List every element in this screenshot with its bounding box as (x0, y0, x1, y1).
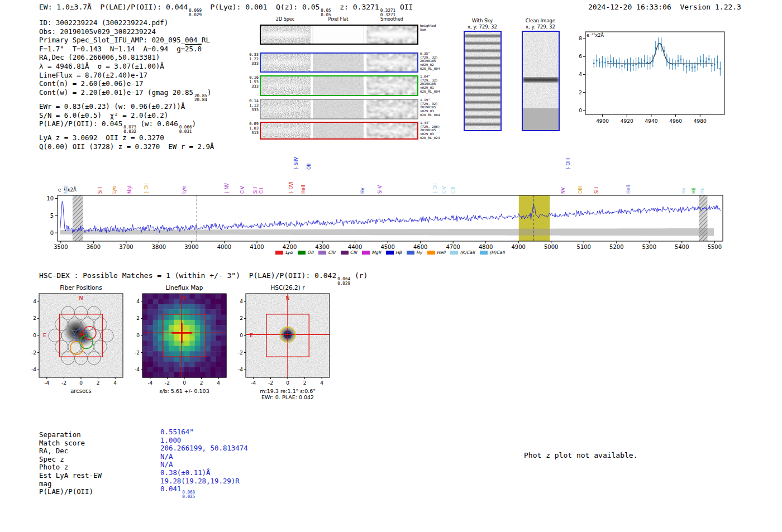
emission-line-label: SiII (253, 187, 258, 194)
match-table-value: 1.000 (160, 437, 181, 445)
emission-line-label: MgII (127, 184, 132, 194)
sup-sub-value: 0.0690.029 (189, 8, 202, 17)
spec2d-panel: 2D Spec Pixel Flat Smoothed WeightedSum0… (248, 16, 449, 147)
info-line: ID: 3002239224 (3002239224.pdf) (39, 18, 214, 27)
legend-item: HeII (427, 250, 446, 255)
clean-image-panel: Clean Image x, y: 729, 32 (508, 18, 573, 131)
legend-item: (H)CaII (480, 250, 504, 255)
compass-north-label: N (79, 295, 83, 301)
emission-line-label: CIV (442, 186, 447, 194)
legend-swatch (407, 251, 414, 255)
lineflux-map-cutout: Lineflux MapN-4-4-2-2002244s/b: 5.61 +/-… (126, 284, 235, 402)
svg-text:4300: 4300 (315, 244, 329, 250)
legend-swatch (298, 251, 306, 255)
svg-text:5: 5 (50, 213, 54, 219)
legend-item: Hβ (386, 250, 402, 255)
line-fit-inset-plot: 4900492049404960498002468e⁻¹⁷x2Å (570, 20, 737, 128)
svg-text:4800: 4800 (479, 244, 493, 250)
svg-text:3800: 3800 (152, 244, 166, 250)
match-table-value: 0.38(±0.11)Å (160, 469, 211, 477)
svg-text:2: 2 (200, 380, 203, 386)
legend-item: CIV (318, 250, 335, 255)
match-table-value: 19.28(19.28,19.29)R (160, 477, 240, 486)
emission-line-label: CIII (451, 186, 456, 194)
match-table-value: 206.266199, 50.813474 (160, 444, 248, 453)
svg-text:5500: 5500 (708, 244, 722, 250)
elixer-detection-report: EW: 1.0±3.7Å P(LAE)/P(OII): 0.0440.0690.… (0, 0, 782, 532)
svg-text:0: 0 (136, 333, 140, 338)
svg-text:-2: -2 (268, 380, 273, 386)
svg-text:0: 0 (240, 333, 243, 338)
match-table-value: 0.0410.0680.025 (160, 485, 195, 499)
compass-east-label: E (250, 332, 253, 338)
svg-text:-4: -4 (135, 367, 140, 372)
svg-text:4940: 4940 (645, 118, 657, 124)
svg-text:4200: 4200 (283, 244, 297, 250)
spec2d-row-right-labels: 1.19"(729, 32)20190105v029_03020_RL_004 (420, 98, 449, 117)
emission-line-label: Lyα (112, 186, 117, 194)
spec2d-row-left-labels: 0.141.13333 (248, 99, 259, 112)
svg-text:4980: 4980 (694, 118, 707, 124)
legend-swatch (362, 251, 370, 255)
svg-text:4: 4 (113, 380, 117, 386)
svg-text:-2: -2 (238, 350, 243, 356)
legend-item: Hγ (407, 250, 422, 255)
clean-image (523, 32, 559, 130)
svg-text:4: 4 (579, 71, 582, 77)
svg-text:4: 4 (217, 380, 220, 386)
emission-line-label: } SiIV (294, 157, 299, 170)
withsky-image-frame (464, 31, 502, 131)
match-table-label: Separation (39, 431, 160, 439)
legend-swatch (318, 251, 326, 255)
inset-axis-box (585, 32, 724, 114)
svg-text:4920: 4920 (621, 118, 633, 124)
sup-sub-value: 20.8520.84 (194, 94, 207, 102)
summary-header: EW: 1.0±3.7Å P(LAE)/P(OII): 0.0440.0690.… (39, 3, 413, 17)
clean-image-title: Clean Image (508, 18, 573, 24)
svg-text:6: 6 (579, 54, 582, 59)
spec2d-row-images (260, 75, 418, 96)
photz-note: Phot z plot not available. (524, 451, 638, 459)
spec2d-row-images (260, 25, 418, 45)
match-table: Separation0.55164"Match score1.000RA, De… (39, 431, 248, 501)
svg-text:4600: 4600 (413, 244, 427, 250)
info-line: LineFlux = 8.70(±2.40)e-17 (39, 71, 214, 80)
svg-text:5400: 5400 (675, 244, 689, 250)
svg-text:4100: 4100 (250, 244, 264, 250)
match-table-label: Spec z (39, 456, 160, 464)
svg-text:-2: -2 (165, 380, 170, 386)
info-line: LyA z = 3.0692 OII z = 0.3270 (39, 133, 214, 142)
sup-sub-value: 0.0680.025 (182, 490, 195, 499)
svg-text:4960: 4960 (669, 118, 682, 124)
clean-image-subtitle: x, y: 729, 32 (508, 24, 573, 30)
emission-line-label: MgII (64, 184, 69, 194)
match-table-label: Photo z (39, 463, 160, 472)
version-label: Version 1.22.3 (680, 3, 741, 11)
svg-text:-4: -4 (238, 367, 243, 372)
legend-swatch (480, 251, 488, 255)
cutout-caption2: EWr: 0. PLAE: 0.042 (261, 394, 314, 400)
svg-text:4: 4 (136, 299, 140, 304)
legend-item: MgII (362, 250, 381, 255)
info-line: Primary Spec_Slot_IFU_AMP: 020_095_004_R… (39, 36, 214, 45)
match-table-value: N/A (160, 453, 173, 461)
compass-north-label: N (285, 295, 289, 301)
legend-swatch (427, 251, 435, 255)
spec2d-row-left-labels: 0.091.03313 (248, 122, 259, 135)
match-table-label: RA, Dec (39, 447, 160, 456)
spec2d-col-header-pixelflat: Pixel Flat (313, 17, 364, 22)
svg-text:4: 4 (33, 299, 36, 304)
emission-line-label: Lyα (182, 186, 187, 194)
svg-text:3500: 3500 (54, 244, 68, 250)
svg-text:5000: 5000 (544, 244, 558, 250)
cutout-title: Fiber Positions (60, 284, 102, 291)
emission-line-label: Hγ (681, 188, 686, 194)
svg-text:5200: 5200 (609, 244, 623, 250)
info-line: Cont(w) = 2.20(±0.01)e-17 (gmag 20.8520.… (39, 88, 214, 102)
emission-line-label: NV (561, 187, 566, 194)
sup-sub-value: 0.0660.031 (179, 125, 192, 133)
main-spectrum-plot: 3500360037003800390040004100420043004400… (0, 150, 782, 261)
svg-text:3700: 3700 (119, 244, 133, 250)
svg-text:-4: -4 (251, 380, 256, 386)
withsky-subtitle: x, y: 729, 32 (450, 24, 514, 30)
